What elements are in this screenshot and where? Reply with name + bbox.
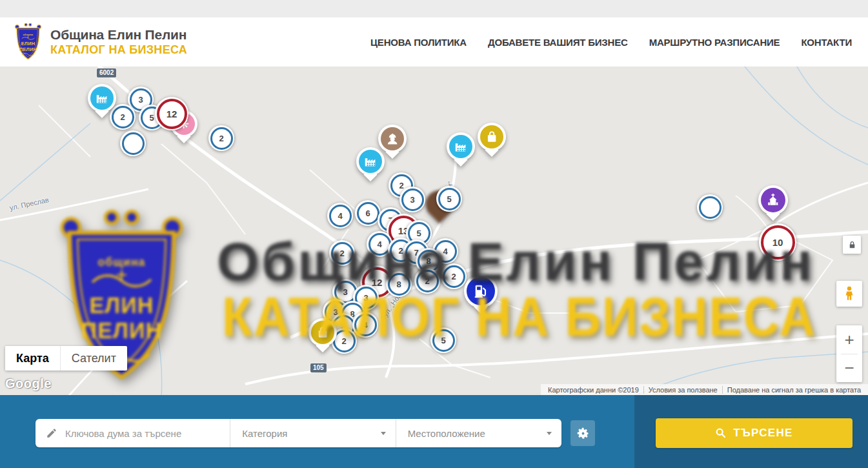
search-bar: Категория Местоположение [35,419,561,447]
zoom-control: + − [836,325,862,382]
category-select[interactable]: Категория [230,419,395,447]
nav-add-your-business[interactable]: ДОБАВЕТЕ ВАШИЯТ БИЗНЕС [488,37,628,48]
cluster-count: 2 [443,265,465,288]
cluster-marker[interactable]: 6 [355,200,381,226]
main-nav: ЦЕНОВА ПОЛИТИКА ДОБАВЕТЕ ВАШИЯТ БИЗНЕС М… [370,17,852,66]
bag-pin[interactable] [308,318,337,347]
cluster-count: 2 [210,127,233,150]
google-map[interactable]: 6002105ул. Преславбул. „Новоселции“ 3251… [0,66,868,395]
location-select-label: Местоположение [408,428,485,439]
cluster-marker[interactable]: 10 [759,223,796,261]
cluster-count: 12 [157,99,187,129]
chevron-down-icon [547,432,552,435]
search-submit-button[interactable]: ТЪРСЕНЕ [656,418,853,448]
worker-icon [385,132,399,146]
google-logo[interactable]: Google [5,376,52,391]
cluster-marker[interactable]: 2 [414,268,440,294]
location-select[interactable]: Местоположение [396,419,561,447]
search-panel: Категория Местоположение ТЪРСЕНЕ [0,395,868,468]
category-select-label: Категория [242,428,287,439]
pencil-icon [46,427,57,439]
chevron-down-icon [381,432,386,435]
cluster-count: 4 [354,314,377,336]
search-keyword-input[interactable] [64,427,230,440]
cluster-count: 10 [761,225,795,259]
terms-of-use-link[interactable]: Условия за ползване [643,386,722,394]
map-type-satellite-button[interactable]: Сателит [61,346,127,371]
map-copyright: Картографски данни ©2019 [543,386,643,394]
lock-icon [847,240,857,250]
search-submit-label: ТЪРСЕНЕ [733,427,792,440]
svg-text:ЕЛИН: ЕЛИН [21,41,35,46]
site-subtitle: КАТАЛОГ НА БИЗНЕСА [50,43,187,57]
header: община ЕЛИН ПЕЛИН Община Елин Пелин КАТА… [0,17,868,66]
nav-contacts[interactable]: КОНТАКТИ [801,37,852,48]
window-top-strip [0,0,868,17]
factory-icon [363,154,378,168]
cluster-marker[interactable] [697,194,723,220]
factory-pin[interactable] [447,132,475,161]
cluster-count [122,132,145,155]
bag-pin[interactable] [478,123,506,151]
cluster-marker[interactable] [120,130,146,156]
municipality-crest-logo: община ЕЛИН ПЕЛИН [13,22,43,62]
factory-icon [454,139,468,154]
factory-icon [95,91,109,105]
church-icon [765,192,781,208]
business-catalog-page: { "header": { "crest": {"top": "община",… [0,0,868,468]
cluster-count: 5 [438,188,461,210]
cluster-marker[interactable]: 2 [208,125,234,151]
zoom-in-button[interactable]: + [836,326,862,354]
worker-pin[interactable] [378,125,407,153]
road-number-badge: 6002 [97,68,116,77]
cluster-count: 2 [331,242,354,265]
map-lock-button[interactable] [843,236,861,254]
site-logo[interactable]: община ЕЛИН ПЕЛИН Община Елин Пелин КАТА… [13,22,187,62]
site-title: Община Елин Пелин [50,27,187,42]
search-icon [715,427,727,439]
cluster-marker[interactable]: 5 [436,186,462,212]
nav-pricing-policy[interactable]: ЦЕНОВА ПОЛИТИКА [370,37,467,48]
church-pin[interactable] [758,185,788,215]
road-number-badge: 105 [310,363,327,372]
gear-icon [576,427,590,440]
cluster-count: 4 [329,205,352,227]
shopping-bag-icon [316,325,330,340]
cluster-count: 6 [357,202,379,225]
report-map-error-link[interactable]: Подаване на сигнал за грешка в картата [722,386,865,394]
fuel-pin[interactable] [464,274,498,308]
map-attribution: Картографски данни ©2019 Условия за полз… [541,384,868,395]
cluster-marker[interactable]: 2 [441,263,467,289]
cluster-marker[interactable]: 4 [352,312,378,338]
map-type-control: Карта Сателит [5,346,127,371]
fuel-pump-icon [472,282,489,300]
nav-route-schedule[interactable]: МАРШРУТНО РАЗПИСАНИЕ [649,37,780,48]
cluster-marker[interactable]: 4 [327,203,353,229]
map-type-map-button[interactable]: Карта [5,346,61,371]
cluster-count: 8 [388,273,410,296]
cluster-marker[interactable]: 3 [399,187,425,212]
cluster-marker[interactable]: 5 [430,327,456,353]
cluster-count: 3 [401,188,424,211]
cluster-count: 2 [416,270,439,292]
svg-text:ПЕЛИН: ПЕЛИН [19,46,37,52]
street-view-pegman-button[interactable] [836,281,862,307]
cluster-marker[interactable]: 2 [329,240,355,266]
cluster-count: 5 [432,329,455,352]
svg-text:община: община [23,34,34,36]
pegman-icon [841,285,858,302]
advanced-search-button[interactable] [570,420,595,446]
zoom-out-button[interactable]: − [836,354,862,382]
factory-pin[interactable] [88,84,116,112]
cluster-marker[interactable]: 8 [386,271,412,297]
cluster-marker[interactable]: 12 [155,97,188,130]
shopping-bag-icon [485,130,499,144]
cluster-count [699,196,722,219]
keyword-field [35,419,230,447]
